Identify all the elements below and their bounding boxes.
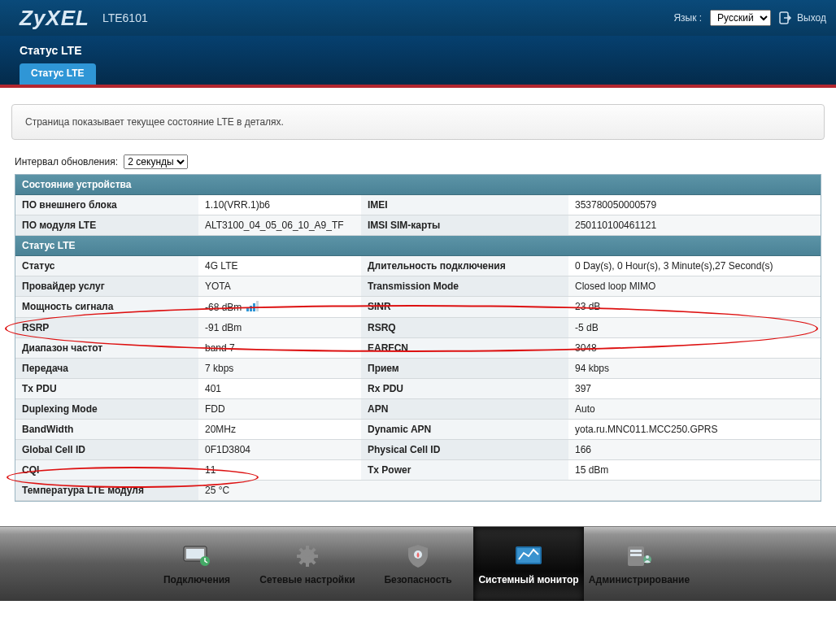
row-value: 4G LTE (198, 256, 361, 276)
row-label: Tx PDU (15, 379, 198, 399)
row-value: YOTA (198, 276, 361, 297)
row-label: IMEI (361, 195, 568, 215)
row-label: Температура LTE модуля (15, 481, 198, 501)
admin-icon (623, 543, 655, 569)
refresh-interval-select[interactable]: 2 секунды (124, 154, 188, 169)
nav-item-label: Безопасность (384, 574, 451, 585)
row-value: -5 dB (568, 318, 821, 338)
row-value: 94 kbps (568, 359, 821, 379)
svg-rect-18 (630, 550, 642, 552)
row-value: 353780050000579 (568, 195, 821, 215)
row-value: band 7 (198, 338, 361, 359)
row-value: 0F1D3804 (198, 440, 361, 460)
svg-point-21 (646, 555, 649, 559)
logout-button[interactable]: Выход (779, 11, 826, 24)
row-label: Global Cell ID (15, 440, 198, 460)
signal-bars-icon (246, 301, 259, 311)
row-label: Transmission Mode (361, 276, 568, 297)
row-label: EARFCN (361, 338, 568, 359)
logout-label: Выход (797, 12, 826, 24)
row-label: Tx Power (361, 460, 568, 481)
page-subheader: Статус LTE Статус LTE (0, 36, 836, 88)
row-label: RSRQ (361, 318, 568, 338)
row-label: Статус (15, 256, 198, 276)
row-value: 15 dBm (568, 460, 821, 481)
row-value: ALT3100_04_05_06_10_A9_TF (198, 215, 361, 236)
svg-rect-2 (186, 549, 204, 559)
nav-item-label: Администрирование (589, 574, 690, 585)
nav-item-label: Подключения (163, 574, 230, 585)
row-value: 23 dB (568, 297, 821, 318)
nav-item-label: Сетевые настройки (259, 574, 355, 585)
page-content: Страница показывает текущее состояние LT… (0, 88, 836, 526)
refresh-interval-row: Интервал обновления: 2 секунды (15, 154, 821, 169)
row-value: 0 Day(s), 0 Hour(s), 3 Minute(s),27 Seco… (568, 256, 821, 276)
row-value: 166 (568, 440, 821, 460)
device-model: LTE6101 (102, 11, 148, 24)
row-label: RSRP (15, 318, 198, 338)
row-value: 11 (198, 460, 361, 481)
row-label: Physical Cell ID (361, 440, 568, 460)
row-value: 397 (568, 379, 821, 399)
row-label: Длительность подключения (361, 256, 568, 276)
row-value: Auto (568, 399, 821, 420)
row-label: Диапазон частот (15, 338, 198, 359)
top-right-controls: Язык : Русский Выход (673, 10, 826, 26)
nav-item-label: Системный монитор (478, 574, 578, 585)
monitor-icon (181, 543, 213, 569)
page-description: Страница показывает текущее состояние LT… (11, 104, 825, 140)
tabstrip: Статус LTE (20, 63, 816, 85)
chart-icon (512, 543, 545, 569)
brand-logo: ZyXEL (20, 6, 89, 31)
row-value: 20MHz (198, 420, 361, 440)
row-value: Closed loop MIMO (568, 276, 821, 297)
logout-icon (779, 11, 792, 24)
row-value: FDD (198, 399, 361, 420)
shield-icon (402, 543, 434, 569)
nav-item[interactable]: Безопасность (363, 527, 473, 601)
row-label: Dynamic APN (361, 420, 568, 440)
nav-item[interactable]: Системный монитор (473, 527, 584, 601)
row-label: ПО внешнего блока (15, 195, 198, 215)
svg-rect-19 (630, 554, 642, 556)
nav-item[interactable]: Администрирование (584, 527, 694, 601)
nav-item[interactable]: Сетевые настройки (252, 527, 363, 601)
panel-device-state: Состояние устройства ПО внешнего блока 1… (15, 174, 821, 502)
row-value: 3048 (568, 338, 821, 359)
row-label: Передача (15, 359, 198, 379)
language-label: Язык : (673, 12, 702, 24)
row-label: Провайдер услуг (15, 276, 198, 297)
nav-item[interactable]: Подключения (142, 527, 252, 601)
refresh-interval-label: Интервал обновления: (15, 156, 118, 168)
gear-icon (291, 543, 324, 569)
row-value: 25 °C (198, 481, 821, 501)
panel-header-device: Состояние устройства (15, 175, 821, 195)
row-label: SINR (361, 297, 568, 318)
row-value: 401 (198, 379, 361, 399)
language-select[interactable]: Русский (710, 10, 771, 26)
row-label: Мощность сигнала (15, 297, 198, 318)
row-label: Rx PDU (361, 379, 568, 399)
row-value: 250110100461121 (568, 215, 821, 236)
row-value: 1.10(VRR.1)b6 (198, 195, 361, 215)
page-title: Статус LTE (20, 44, 816, 57)
row-label: APN (361, 399, 568, 420)
top-header: ZyXEL LTE6101 Язык : Русский Выход (0, 0, 836, 36)
row-label: CQI (15, 460, 198, 481)
row-value: yota.ru.MNC011.MCC250.GPRS (568, 420, 821, 440)
tab-lte-status[interactable]: Статус LTE (20, 63, 96, 85)
row-label: ПО модуля LTE (15, 215, 198, 236)
row-value: -68 dBm (198, 297, 361, 318)
row-value: -91 dBm (198, 318, 361, 338)
row-label: IMSI SIM-карты (361, 215, 568, 236)
row-label: Прием (361, 359, 568, 379)
row-label: BandWidth (15, 420, 198, 440)
row-value: 7 kbps (198, 359, 361, 379)
panel-header-lte: Статус LTE (15, 236, 821, 256)
row-label: Duplexing Mode (15, 399, 198, 420)
bottom-nav: ПодключенияСетевые настройкиБезопасность… (0, 526, 836, 601)
